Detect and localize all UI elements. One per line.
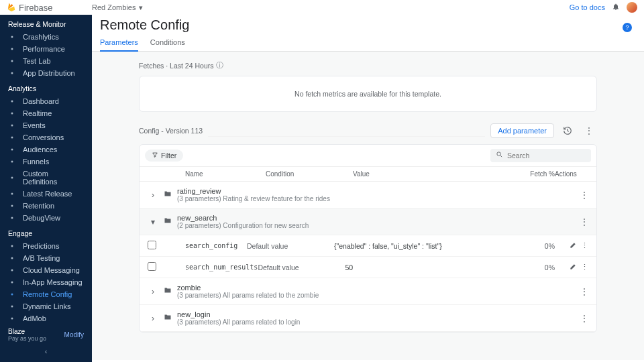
more-icon[interactable]: ⋮ xyxy=(580,314,588,323)
group-name: new_login xyxy=(177,310,580,318)
sidebar-item-events[interactable]: Events xyxy=(0,119,92,131)
page-title: Remote Config xyxy=(92,15,644,33)
nav-icon xyxy=(8,133,16,141)
plan-name: Blaze xyxy=(8,328,46,335)
param-name: search_num_results xyxy=(166,263,258,271)
sidebar-item-custom-definitions[interactable]: Custom Definitions xyxy=(0,168,92,188)
nav-icon xyxy=(8,145,16,154)
param-value: {"enabled" : false, "ui_style" : "list"} xyxy=(334,242,521,250)
col-actions: Actions xyxy=(555,170,588,178)
tab-conditions[interactable]: Conditions xyxy=(150,38,185,51)
svg-point-2 xyxy=(11,60,13,62)
sidebar-item-crashlytics[interactable]: Crashlytics xyxy=(0,31,92,43)
more-icon[interactable]: ⋮ xyxy=(581,263,588,272)
sidebar-item-test-lab[interactable]: Test Lab xyxy=(0,55,92,67)
svg-point-7 xyxy=(11,137,13,139)
sidebar-item-latest-release[interactable]: Latest Release xyxy=(0,188,92,200)
info-icon[interactable]: ⓘ xyxy=(216,61,223,70)
more-icon[interactable]: ⋮ xyxy=(580,190,588,200)
edit-icon[interactable] xyxy=(570,241,577,250)
group-row[interactable]: ›zombie(3 parameters) All params related… xyxy=(140,278,596,305)
sidebar-item-a-b-testing[interactable]: A/B Testing xyxy=(0,252,92,264)
svg-point-0 xyxy=(11,36,13,38)
firebase-logo-icon xyxy=(7,2,16,13)
svg-point-17 xyxy=(11,282,13,284)
sidebar-item-cloud-messaging[interactable]: Cloud Messaging xyxy=(0,264,92,276)
modify-plan-link[interactable]: Modify xyxy=(64,331,84,339)
sidebar-item-app-distribution[interactable]: App Distribution xyxy=(0,67,92,79)
project-name: Red Zombies xyxy=(92,3,136,11)
group-row[interactable]: ›new_login(3 parameters) All params rela… xyxy=(140,305,596,332)
notifications-icon[interactable] xyxy=(612,3,620,13)
chevron-right-icon[interactable]: › xyxy=(148,190,158,200)
svg-point-11 xyxy=(11,193,13,195)
sidebar-item-dashboard[interactable]: Dashboard xyxy=(0,95,92,107)
sidebar-item-performance[interactable]: Performance xyxy=(0,43,92,55)
svg-point-6 xyxy=(11,125,13,127)
sidebar-item-label: Funnels xyxy=(23,158,49,166)
go-to-docs-link[interactable]: Go to docs xyxy=(570,3,605,11)
svg-point-4 xyxy=(11,101,13,103)
sidebar-item-label: Test Lab xyxy=(23,57,51,65)
nav-icon xyxy=(8,57,16,65)
chevron-right-icon[interactable]: › xyxy=(148,314,158,323)
chevron-right-icon[interactable]: › xyxy=(148,287,158,296)
sidebar-item-debugview[interactable]: DebugView xyxy=(0,212,92,224)
tab-parameters[interactable]: Parameters xyxy=(100,38,138,52)
sidebar-item-label: Custom Definitions xyxy=(23,170,84,186)
param-checkbox[interactable] xyxy=(148,262,156,271)
svg-point-5 xyxy=(11,113,13,115)
svg-point-13 xyxy=(11,217,13,219)
nav-icon xyxy=(8,190,16,198)
nav-icon xyxy=(8,69,16,77)
svg-point-8 xyxy=(11,149,13,151)
filter-button[interactable]: Filter xyxy=(145,149,183,162)
group-row[interactable]: ›rating_review(3 parameters) Rating & re… xyxy=(140,182,596,208)
sidebar-item-funnels[interactable]: Funnels xyxy=(0,156,92,168)
sidebar-item-label: A/B Testing xyxy=(23,254,60,262)
edit-icon[interactable] xyxy=(570,263,577,272)
project-switcher[interactable]: Red Zombies ▾ xyxy=(92,3,143,12)
history-icon[interactable] xyxy=(559,123,576,139)
more-icon[interactable]: ⋮ xyxy=(580,287,588,296)
col-value: Value xyxy=(353,170,521,178)
group-row[interactable]: ▾new_search(2 parameters) Configuration … xyxy=(140,208,596,235)
param-condition: Default value xyxy=(247,242,334,250)
svg-point-16 xyxy=(11,269,13,272)
sidebar-item-retention[interactable]: Retention xyxy=(0,200,92,212)
group-name: zombie xyxy=(177,284,580,292)
sidebar-item-remote-config[interactable]: Remote Config xyxy=(0,288,92,300)
sidebar-item-label: Realtime xyxy=(23,109,52,117)
sidebar-item-audiences[interactable]: Audiences xyxy=(0,143,92,156)
chevron-down-icon[interactable]: ▾ xyxy=(148,217,158,227)
sidebar-item-label: Retention xyxy=(23,202,54,210)
more-icon[interactable]: ⋮ xyxy=(580,217,588,227)
search-input-wrap[interactable] xyxy=(490,149,591,162)
param-name: search_config xyxy=(166,242,247,249)
sidebar-item-label: AdMob xyxy=(23,314,46,322)
search-input[interactable] xyxy=(507,152,595,160)
param-fetch-pct: 0% xyxy=(521,242,555,250)
more-icon[interactable]: ⋮ xyxy=(581,123,597,139)
more-icon[interactable]: ⋮ xyxy=(581,241,588,250)
param-row: search_configDefault value{"enabled" : f… xyxy=(140,235,596,257)
nav-icon xyxy=(8,33,16,41)
sidebar-item-conversions[interactable]: Conversions xyxy=(0,131,92,143)
sidebar-item-realtime[interactable]: Realtime xyxy=(0,107,92,119)
avatar[interactable] xyxy=(627,2,637,13)
sidebar-item-in-app-messaging[interactable]: In-App Messaging xyxy=(0,276,92,288)
metrics-empty-card: No fetch metrics are available for this … xyxy=(139,76,597,112)
add-parameter-button[interactable]: Add parameter xyxy=(490,123,554,138)
plan-desc: Pay as you go xyxy=(8,335,46,342)
sidebar: Release & Monitor CrashlyticsPerformance… xyxy=(0,15,92,362)
nav-icon xyxy=(8,302,16,310)
sidebar-item-label: Remote Config xyxy=(23,290,72,298)
param-checkbox[interactable] xyxy=(148,241,156,249)
folder-icon xyxy=(158,217,177,227)
sidebar-item-dynamic-links[interactable]: Dynamic Links xyxy=(0,300,92,312)
sidebar-item-label: Crashlytics xyxy=(23,33,59,41)
sidebar-item-predictions[interactable]: Predictions xyxy=(0,240,92,252)
help-icon[interactable]: ? xyxy=(623,23,632,32)
sidebar-item-label: DebugView xyxy=(23,214,60,222)
collapse-sidebar-icon[interactable]: ‹ xyxy=(8,342,84,355)
